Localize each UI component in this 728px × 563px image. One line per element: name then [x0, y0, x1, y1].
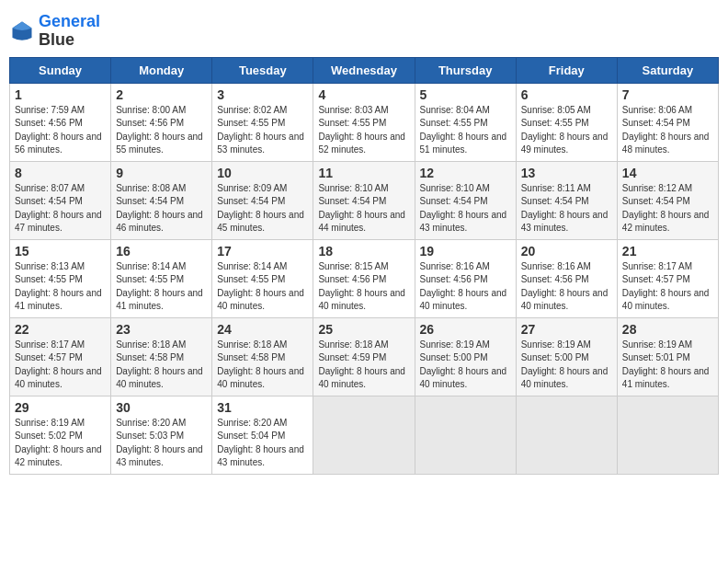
- day-info: Sunrise: 8:12 AMSunset: 4:54 PMDaylight:…: [622, 182, 713, 236]
- day-number: 1: [15, 87, 106, 102]
- day-info: Sunrise: 8:11 AMSunset: 4:54 PMDaylight:…: [521, 182, 612, 236]
- calendar-empty-cell: [415, 396, 516, 474]
- day-info: Sunrise: 8:20 AMSunset: 5:03 PMDaylight:…: [116, 417, 207, 470]
- calendar-empty-cell: [516, 396, 617, 474]
- day-number: 7: [622, 87, 713, 102]
- day-number: 29: [15, 400, 106, 415]
- day-number: 10: [217, 166, 308, 180]
- day-number: 19: [420, 244, 511, 259]
- calendar-day-cell: 8Sunrise: 8:07 AMSunset: 4:54 PMDaylight…: [10, 161, 111, 239]
- day-info: Sunrise: 8:19 AMSunset: 5:01 PMDaylight:…: [622, 339, 713, 392]
- calendar-day-cell: 11Sunrise: 8:10 AMSunset: 4:54 PMDayligh…: [313, 161, 415, 239]
- day-number: 22: [15, 322, 106, 337]
- day-number: 21: [622, 244, 713, 259]
- day-info: Sunrise: 8:19 AMSunset: 5:00 PMDaylight:…: [420, 339, 511, 392]
- calendar-day-cell: 28Sunrise: 8:19 AMSunset: 5:01 PMDayligh…: [617, 317, 718, 396]
- day-info: Sunrise: 7:59 AMSunset: 4:56 PMDaylight:…: [15, 104, 106, 157]
- day-info: Sunrise: 8:18 AMSunset: 4:59 PMDaylight:…: [318, 339, 409, 392]
- calendar-day-cell: 2Sunrise: 8:00 AMSunset: 4:56 PMDaylight…: [111, 83, 212, 161]
- calendar-week-row: 1Sunrise: 7:59 AMSunset: 4:56 PMDaylight…: [10, 83, 719, 161]
- day-info: Sunrise: 8:19 AMSunset: 5:02 PMDaylight:…: [15, 417, 106, 470]
- calendar-week-row: 8Sunrise: 8:07 AMSunset: 4:54 PMDaylight…: [10, 161, 719, 239]
- day-number: 27: [521, 322, 612, 337]
- calendar-week-row: 29Sunrise: 8:19 AMSunset: 5:02 PMDayligh…: [10, 396, 719, 474]
- calendar-empty-cell: [313, 396, 415, 474]
- day-info: Sunrise: 8:18 AMSunset: 4:58 PMDaylight:…: [217, 339, 308, 392]
- day-number: 15: [15, 244, 106, 259]
- day-number: 4: [318, 87, 409, 102]
- day-info: Sunrise: 8:08 AMSunset: 4:54 PMDaylight:…: [116, 182, 207, 236]
- day-info: Sunrise: 8:20 AMSunset: 5:04 PMDaylight:…: [217, 417, 308, 470]
- calendar-empty-cell: [617, 396, 718, 474]
- day-number: 18: [318, 244, 409, 259]
- weekday-header: Friday: [516, 57, 617, 83]
- day-number: 13: [521, 166, 612, 180]
- day-info: Sunrise: 8:19 AMSunset: 5:00 PMDaylight:…: [521, 339, 612, 392]
- day-info: Sunrise: 8:03 AMSunset: 4:55 PMDaylight:…: [318, 104, 409, 157]
- weekday-header: Wednesday: [313, 57, 415, 83]
- calendar-day-cell: 10Sunrise: 8:09 AMSunset: 4:54 PMDayligh…: [212, 161, 313, 239]
- day-info: Sunrise: 8:13 AMSunset: 4:55 PMDaylight:…: [15, 260, 106, 314]
- weekday-header: Monday: [111, 57, 212, 83]
- day-number: 24: [217, 322, 308, 337]
- calendar-day-cell: 18Sunrise: 8:15 AMSunset: 4:56 PMDayligh…: [313, 239, 415, 317]
- day-number: 28: [622, 322, 713, 337]
- calendar-table: SundayMondayTuesdayWednesdayThursdayFrid…: [9, 57, 719, 475]
- calendar-day-cell: 16Sunrise: 8:14 AMSunset: 4:55 PMDayligh…: [111, 239, 212, 317]
- day-number: 11: [318, 166, 409, 180]
- day-info: Sunrise: 8:16 AMSunset: 4:56 PMDaylight:…: [420, 260, 511, 314]
- day-number: 5: [420, 87, 511, 102]
- calendar-day-cell: 19Sunrise: 8:16 AMSunset: 4:56 PMDayligh…: [415, 239, 516, 317]
- day-number: 16: [116, 244, 207, 259]
- logo: General Blue: [9, 13, 100, 50]
- calendar-day-cell: 4Sunrise: 8:03 AMSunset: 4:55 PMDaylight…: [313, 83, 415, 161]
- day-info: Sunrise: 8:10 AMSunset: 4:54 PMDaylight:…: [420, 182, 511, 236]
- day-number: 17: [217, 244, 308, 259]
- calendar-day-cell: 6Sunrise: 8:05 AMSunset: 4:55 PMDaylight…: [516, 83, 617, 161]
- day-number: 20: [521, 244, 612, 259]
- day-info: Sunrise: 8:14 AMSunset: 4:55 PMDaylight:…: [217, 260, 308, 314]
- calendar-week-row: 22Sunrise: 8:17 AMSunset: 4:57 PMDayligh…: [10, 317, 719, 396]
- calendar-week-row: 15Sunrise: 8:13 AMSunset: 4:55 PMDayligh…: [10, 239, 719, 317]
- day-info: Sunrise: 8:02 AMSunset: 4:55 PMDaylight:…: [217, 104, 308, 157]
- day-number: 14: [622, 166, 713, 180]
- calendar-day-cell: 17Sunrise: 8:14 AMSunset: 4:55 PMDayligh…: [212, 239, 313, 317]
- day-number: 8: [15, 166, 106, 180]
- calendar-day-cell: 13Sunrise: 8:11 AMSunset: 4:54 PMDayligh…: [516, 161, 617, 239]
- day-info: Sunrise: 8:09 AMSunset: 4:54 PMDaylight:…: [217, 182, 308, 236]
- calendar-day-cell: 30Sunrise: 8:20 AMSunset: 5:03 PMDayligh…: [111, 396, 212, 474]
- day-info: Sunrise: 8:07 AMSunset: 4:54 PMDaylight:…: [15, 182, 106, 236]
- day-info: Sunrise: 8:18 AMSunset: 4:58 PMDaylight:…: [116, 339, 207, 392]
- logo-icon: [9, 18, 35, 44]
- calendar-day-cell: 22Sunrise: 8:17 AMSunset: 4:57 PMDayligh…: [10, 317, 111, 396]
- calendar-day-cell: 1Sunrise: 7:59 AMSunset: 4:56 PMDaylight…: [10, 83, 111, 161]
- calendar-day-cell: 20Sunrise: 8:16 AMSunset: 4:56 PMDayligh…: [516, 239, 617, 317]
- day-info: Sunrise: 8:17 AMSunset: 4:57 PMDaylight:…: [15, 339, 106, 392]
- calendar-day-cell: 23Sunrise: 8:18 AMSunset: 4:58 PMDayligh…: [111, 317, 212, 396]
- calendar-header: SundayMondayTuesdayWednesdayThursdayFrid…: [10, 57, 719, 83]
- weekday-header: Thursday: [415, 57, 516, 83]
- weekday-header: Tuesday: [212, 57, 313, 83]
- calendar-day-cell: 24Sunrise: 8:18 AMSunset: 4:58 PMDayligh…: [212, 317, 313, 396]
- calendar-day-cell: 26Sunrise: 8:19 AMSunset: 5:00 PMDayligh…: [415, 317, 516, 396]
- day-info: Sunrise: 8:14 AMSunset: 4:55 PMDaylight:…: [116, 260, 207, 314]
- day-info: Sunrise: 8:05 AMSunset: 4:55 PMDaylight:…: [521, 104, 612, 157]
- calendar-day-cell: 7Sunrise: 8:06 AMSunset: 4:54 PMDaylight…: [617, 83, 718, 161]
- day-number: 23: [116, 322, 207, 337]
- day-number: 31: [217, 400, 308, 415]
- day-number: 2: [116, 87, 207, 102]
- day-info: Sunrise: 8:16 AMSunset: 4:56 PMDaylight:…: [521, 260, 612, 314]
- calendar-day-cell: 27Sunrise: 8:19 AMSunset: 5:00 PMDayligh…: [516, 317, 617, 396]
- weekday-header: Sunday: [10, 57, 111, 83]
- day-number: 12: [420, 166, 511, 180]
- day-number: 26: [420, 322, 511, 337]
- day-info: Sunrise: 8:17 AMSunset: 4:57 PMDaylight:…: [622, 260, 713, 314]
- day-number: 3: [217, 87, 308, 102]
- calendar-day-cell: 29Sunrise: 8:19 AMSunset: 5:02 PMDayligh…: [10, 396, 111, 474]
- calendar-day-cell: 14Sunrise: 8:12 AMSunset: 4:54 PMDayligh…: [617, 161, 718, 239]
- calendar-day-cell: 31Sunrise: 8:20 AMSunset: 5:04 PMDayligh…: [212, 396, 313, 474]
- logo-text: General Blue: [39, 13, 100, 50]
- calendar-day-cell: 15Sunrise: 8:13 AMSunset: 4:55 PMDayligh…: [10, 239, 111, 317]
- calendar-day-cell: 3Sunrise: 8:02 AMSunset: 4:55 PMDaylight…: [212, 83, 313, 161]
- day-info: Sunrise: 8:00 AMSunset: 4:56 PMDaylight:…: [116, 104, 207, 157]
